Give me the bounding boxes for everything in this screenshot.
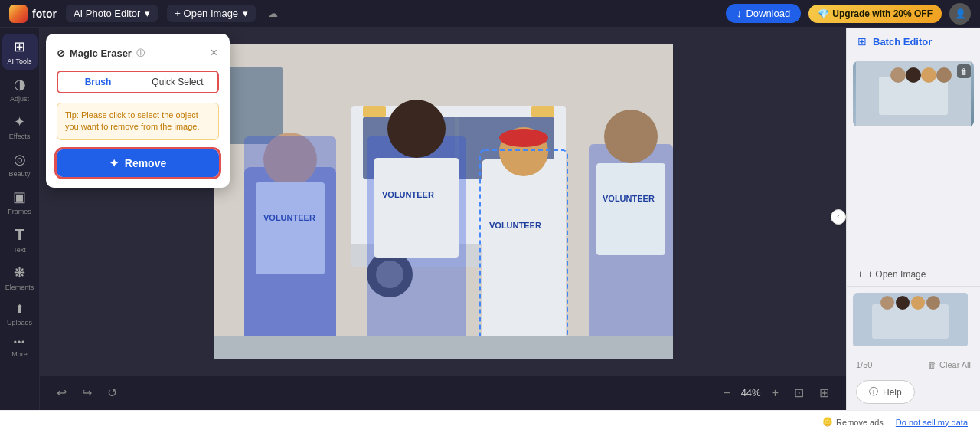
open-image-button[interactable]: + Open Image ▾ xyxy=(167,5,256,22)
redo-button[interactable]: ↪ xyxy=(77,382,96,403)
thumbnail-delete-button[interactable]: 🗑 xyxy=(957,64,971,78)
expand-view-button[interactable]: ⊞ xyxy=(815,382,834,403)
frames-icon: ▣ xyxy=(13,189,26,205)
remove-ads-label: Remove ads xyxy=(836,418,884,427)
download-label: Download xyxy=(746,8,790,19)
sidebar-item-effects[interactable]: ✦ Effects xyxy=(2,109,38,145)
heart-icon: 🪙 xyxy=(822,417,833,427)
thumbnail-image xyxy=(853,61,974,126)
svg-point-42 xyxy=(896,296,910,310)
fit-icon: ⊡ xyxy=(794,386,804,399)
remove-label: Remove xyxy=(125,157,166,169)
sidebar-item-adjust[interactable]: ◑ Adjust xyxy=(2,71,38,107)
panel-title-text: Magic Eraser xyxy=(70,48,132,59)
remove-ads-button[interactable]: 🪙 Remove ads xyxy=(822,417,884,427)
svg-point-44 xyxy=(926,296,940,310)
chevron-left-icon: ‹ xyxy=(837,212,839,221)
ai-editor-label: AI Photo Editor xyxy=(74,8,140,19)
uploads-icon: ⬆ xyxy=(15,302,24,317)
clear-all-button[interactable]: 🗑 Clear All xyxy=(928,360,971,369)
reset-icon: ↺ xyxy=(107,386,117,399)
cloud-button[interactable]: ☁ xyxy=(268,8,278,19)
sidebar-item-uploads[interactable]: ⬆ Uploads xyxy=(2,297,38,331)
beauty-label: Beauty xyxy=(8,170,30,178)
download-button[interactable]: ↓ Download xyxy=(726,4,801,23)
sidebar-item-ai-tools[interactable]: ⊞ AI Tools xyxy=(2,34,38,70)
panel-collapse-button[interactable]: ‹ xyxy=(831,209,846,225)
help-button[interactable]: ⓘ Help xyxy=(856,380,915,404)
upgrade-button[interactable]: 💎 Upgrade with 20% OFF xyxy=(808,5,942,23)
sidebar-item-text[interactable]: T Text xyxy=(2,221,38,258)
redo-icon: ↪ xyxy=(82,386,92,399)
ai-tools-icon: ⊞ xyxy=(14,38,25,55)
tool-tabs: Brush Quick Select xyxy=(57,71,219,93)
plus-icon: + xyxy=(858,269,863,280)
ai-editor-button[interactable]: AI Photo Editor ▾ xyxy=(66,5,158,22)
remove-button[interactable]: ✦ Remove xyxy=(57,149,219,177)
fit-view-button[interactable]: ⊡ xyxy=(789,382,808,403)
right-panel-bottom: ⓘ Help xyxy=(847,374,980,410)
svg-rect-30 xyxy=(596,163,665,255)
effects-label: Effects xyxy=(9,133,30,140)
help-icon: ⓘ xyxy=(869,385,878,399)
batch-editor-label: Batch Editor xyxy=(873,36,932,48)
more-icon: ••• xyxy=(14,337,26,348)
avatar[interactable]: 👤 xyxy=(949,3,971,25)
adjust-icon: ◑ xyxy=(14,76,26,93)
elements-icon: ❋ xyxy=(14,264,25,281)
clear-all-label: Clear All xyxy=(939,360,971,369)
svg-point-41 xyxy=(880,296,894,310)
chevron-down-icon: ▾ xyxy=(243,8,248,19)
reset-button[interactable]: ↺ xyxy=(103,382,122,403)
svg-point-35 xyxy=(890,67,906,83)
svg-rect-7 xyxy=(363,106,386,117)
undo-button[interactable]: ↩ xyxy=(52,382,71,403)
svg-point-25 xyxy=(499,129,548,147)
svg-text:VOLUNTEER: VOLUNTEER xyxy=(489,221,541,230)
right-panel: ⊞ Batch Editor 🗑 xyxy=(846,28,980,410)
trash-icon: 🗑 xyxy=(960,67,968,76)
expand-icon: ⊞ xyxy=(819,386,829,399)
text-icon: T xyxy=(15,226,24,244)
effects-icon: ✦ xyxy=(14,113,25,130)
sidebar-item-more[interactable]: ••• More xyxy=(2,333,38,362)
open-image-right-button[interactable]: + + Open Image xyxy=(847,263,980,287)
help-label: Help xyxy=(883,387,902,398)
minus-icon: − xyxy=(723,386,730,399)
zoom-controls: − 44% + ⊡ ⊞ xyxy=(718,382,834,403)
open-image-right-label: + Open Image xyxy=(867,269,926,280)
gem-icon: 💎 xyxy=(818,8,829,19)
canvas-area: ⊘ Magic Eraser ⓘ × Brush Quick Select Ti… xyxy=(40,28,846,410)
sidebar-item-frames[interactable]: ▣ Frames xyxy=(2,184,38,220)
batch-editor-button[interactable]: ⊞ Batch Editor xyxy=(847,28,980,55)
tip-text: Tip: Please click to select the object y… xyxy=(65,110,199,131)
zoom-plus-button[interactable]: + xyxy=(767,385,783,402)
svg-rect-21 xyxy=(374,158,459,258)
zoom-minus-button[interactable]: − xyxy=(718,385,734,402)
thumbnail-area: 🗑 xyxy=(847,55,980,263)
svg-point-29 xyxy=(604,110,658,163)
canvas-image[interactable]: VOLUNTEER VOLUNTEER VOLUNTEER xyxy=(214,44,673,359)
svg-rect-18 xyxy=(244,136,336,359)
ai-tools-label: AI Tools xyxy=(8,57,32,65)
thumbnail-item[interactable]: 🗑 xyxy=(853,61,974,126)
topbar-right: ↓ Download 💎 Upgrade with 20% OFF 👤 xyxy=(726,3,971,25)
do-not-sell-link[interactable]: Do not sell my data xyxy=(896,418,968,427)
panel-close-button[interactable]: × xyxy=(209,44,219,61)
topbar: fotor AI Photo Editor ▾ + Open Image ▾ ☁… xyxy=(0,0,980,28)
info-icon: ⓘ xyxy=(136,48,145,59)
canvas-content[interactable]: ⊘ Magic Eraser ⓘ × Brush Quick Select Ti… xyxy=(40,28,846,375)
brush-tab[interactable]: Brush xyxy=(58,72,138,92)
batch-editor-icon: ⊞ xyxy=(858,35,867,48)
zoom-value: 44% xyxy=(741,387,761,399)
sidebar-item-beauty[interactable]: ◎ Beauty xyxy=(2,146,38,182)
eraser-icon: ⊘ xyxy=(57,48,65,59)
main-layout: ⊞ AI Tools ◑ Adjust ✦ Effects ◎ Beauty ▣… xyxy=(0,28,980,410)
svg-rect-2 xyxy=(221,67,283,144)
fotor-logo-icon xyxy=(9,5,28,23)
avatar-icon: 👤 xyxy=(955,8,966,19)
quick-select-tab[interactable]: Quick Select xyxy=(138,72,217,92)
fotor-logo-text: fotor xyxy=(32,8,57,20)
adjust-label: Adjust xyxy=(10,95,29,103)
sidebar-item-elements[interactable]: ❋ Elements xyxy=(2,260,38,296)
